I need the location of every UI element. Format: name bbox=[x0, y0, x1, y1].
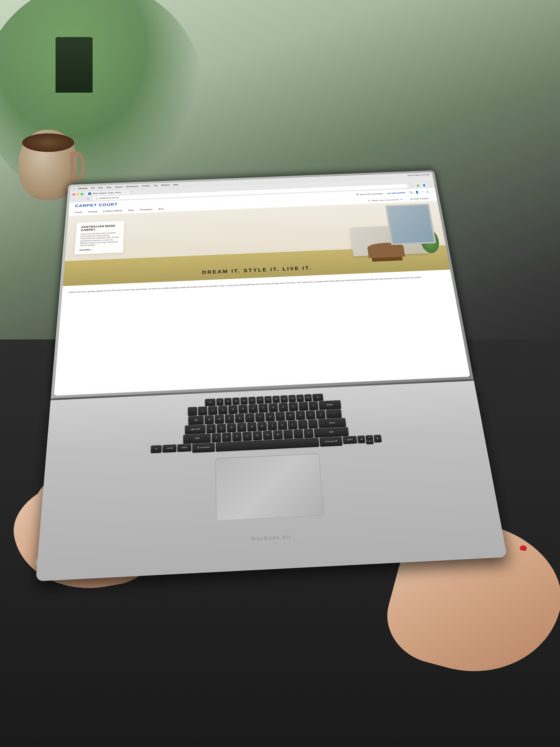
visualiser-button[interactable]: 🏠 iRoom Visualiser bbox=[408, 197, 431, 201]
key-f11[interactable]: F11 bbox=[296, 394, 304, 401]
key-f2[interactable]: F2 bbox=[224, 398, 232, 405]
key-f10[interactable]: F10 bbox=[288, 395, 296, 402]
key-d[interactable]: D bbox=[227, 423, 236, 432]
fullscreen-button[interactable] bbox=[81, 193, 83, 195]
key-z[interactable]: Z bbox=[212, 433, 221, 442]
new-tab-button[interactable]: + bbox=[129, 189, 135, 194]
key-backtick[interactable]: ` bbox=[188, 407, 197, 415]
key-f[interactable]: F bbox=[237, 422, 246, 431]
key-eject[interactable]: ⏏ bbox=[313, 394, 323, 401]
key-r[interactable]: R bbox=[235, 414, 244, 422]
key-0[interactable]: 0 bbox=[289, 402, 298, 411]
key-e[interactable]: E bbox=[225, 414, 234, 422]
bookmark-star-icon[interactable]: ☆ bbox=[409, 184, 415, 188]
key-b[interactable]: B bbox=[252, 431, 262, 440]
tab-menu[interactable]: Tab bbox=[154, 184, 158, 187]
key-capslock[interactable]: caps lock bbox=[185, 424, 206, 434]
key-arrow-left[interactable]: ◀ bbox=[357, 435, 365, 443]
nav-promotions[interactable]: Promotions bbox=[140, 207, 153, 213]
key-t[interactable]: T bbox=[245, 413, 255, 422]
key-f3[interactable]: F3 bbox=[233, 397, 240, 404]
key-tab[interactable]: tab bbox=[188, 416, 204, 424]
key-semicolon[interactable]: ; bbox=[298, 420, 308, 429]
key-u[interactable]: U bbox=[265, 412, 275, 421]
key-7[interactable]: 7 bbox=[259, 404, 268, 412]
learn-more-button[interactable]: Learn More → bbox=[79, 249, 93, 251]
profiles-menu[interactable]: Profiles bbox=[142, 184, 150, 187]
window-menu[interactable]: Window bbox=[161, 184, 170, 186]
key-slash[interactable]: / bbox=[304, 429, 314, 437]
key-comma[interactable]: , bbox=[283, 430, 293, 438]
call-button[interactable]: Call 1800 CARPET bbox=[387, 192, 406, 194]
key-o[interactable]: O bbox=[286, 411, 295, 420]
key-y[interactable]: Y bbox=[255, 413, 265, 421]
key-j[interactable]: J bbox=[267, 421, 277, 430]
key-2[interactable]: 2 bbox=[208, 406, 217, 414]
key-q[interactable]: Q bbox=[205, 415, 214, 423]
app-name-menu[interactable]: Chrome bbox=[78, 187, 87, 190]
key-l[interactable]: L bbox=[288, 420, 298, 429]
key-return[interactable]: return bbox=[318, 418, 346, 428]
key-arrow-up[interactable]: ▲ bbox=[365, 435, 373, 439]
key-g[interactable]: G bbox=[247, 422, 257, 431]
bookmarks-menu[interactable]: Bookmarks bbox=[126, 185, 138, 188]
profile-icon[interactable]: 👤 bbox=[421, 183, 427, 187]
key-delete[interactable]: delete bbox=[319, 400, 341, 409]
key-f6[interactable]: F6 bbox=[257, 396, 264, 403]
nav-blog[interactable]: Blog bbox=[158, 206, 163, 212]
key-equals[interactable]: = bbox=[309, 401, 318, 410]
nav-rugs[interactable]: Rugs bbox=[128, 207, 134, 213]
key-v[interactable]: V bbox=[242, 432, 252, 440]
consultation-button[interactable]: 📅 Book a free consultation bbox=[356, 192, 383, 196]
edit-menu[interactable]: Edit bbox=[98, 186, 103, 189]
key-k[interactable]: K bbox=[277, 421, 287, 430]
key-5[interactable]: 5 bbox=[238, 405, 248, 413]
key-fn[interactable]: fn bbox=[151, 445, 161, 453]
key-option-right[interactable]: option bbox=[343, 436, 357, 443]
key-shift-left[interactable]: shift bbox=[183, 434, 211, 443]
key-m[interactable]: M bbox=[273, 430, 283, 439]
close-button[interactable] bbox=[73, 194, 75, 196]
key-period[interactable]: . bbox=[294, 429, 303, 438]
key-1[interactable]: 1 bbox=[198, 406, 207, 415]
key-esc[interactable]: esc bbox=[205, 398, 216, 406]
nav-curtains[interactable]: Curtains & Blinds bbox=[103, 208, 122, 214]
account-icon[interactable]: 👤 bbox=[415, 191, 419, 194]
view-menu[interactable]: View bbox=[106, 186, 111, 188]
help-menu[interactable]: Help bbox=[173, 183, 178, 186]
key-arrow-down[interactable]: ▼ bbox=[366, 439, 374, 444]
refresh-button[interactable]: ↻ bbox=[85, 197, 91, 201]
key-f9[interactable]: F9 bbox=[281, 395, 288, 402]
key-a[interactable]: A bbox=[207, 424, 216, 433]
wishlist-icon[interactable]: ♡ bbox=[421, 190, 424, 194]
trackpad[interactable] bbox=[215, 453, 324, 521]
key-rbracket[interactable]: ] bbox=[316, 410, 325, 418]
nav-carpet[interactable]: Carpet bbox=[74, 209, 82, 216]
key-w[interactable]: W bbox=[215, 415, 224, 423]
forward-button[interactable]: → bbox=[78, 197, 84, 201]
key-f7[interactable]: F7 bbox=[264, 396, 272, 403]
key-8[interactable]: 8 bbox=[268, 403, 278, 412]
key-f1[interactable]: F1 bbox=[216, 398, 223, 405]
key-lbracket[interactable]: [ bbox=[305, 410, 315, 419]
store-selector[interactable]: 📍 Hillside Carpet Court (Dulwich) ▼ bbox=[368, 199, 402, 202]
key-arrow-right[interactable]: ▶ bbox=[374, 435, 382, 442]
key-f12[interactable]: F12 bbox=[304, 394, 312, 401]
extensions-icon[interactable]: 🧩 bbox=[416, 184, 421, 187]
key-4[interactable]: 4 bbox=[228, 405, 238, 413]
key-c[interactable]: C bbox=[232, 432, 242, 441]
key-3[interactable]: 3 bbox=[218, 405, 228, 414]
browser-menu-icon[interactable]: ⋮ bbox=[427, 183, 433, 187]
key-f8[interactable]: F8 bbox=[272, 395, 280, 403]
key-x[interactable]: X bbox=[222, 432, 231, 441]
key-control[interactable]: control bbox=[163, 444, 177, 452]
key-n[interactable]: N bbox=[263, 431, 272, 439]
key-6[interactable]: 6 bbox=[248, 404, 258, 413]
search-icon[interactable]: 🔍 bbox=[409, 191, 413, 194]
key-command-right[interactable]: command ⌘ bbox=[319, 437, 342, 446]
key-command-left[interactable]: ⌘ command bbox=[192, 443, 215, 452]
key-option-left[interactable]: option bbox=[178, 444, 191, 451]
cart-icon[interactable]: 🛒 bbox=[426, 190, 430, 193]
site-logo[interactable]: CARPET COURT bbox=[75, 202, 118, 208]
file-menu[interactable]: File bbox=[91, 187, 95, 189]
